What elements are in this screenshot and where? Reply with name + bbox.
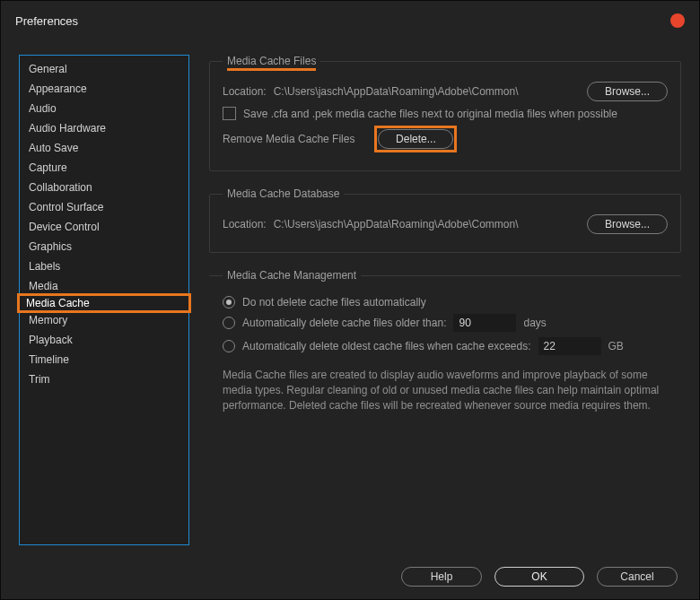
sidebar-item-collaboration[interactable]: Collaboration <box>20 178 188 197</box>
sidebar-item-auto-save[interactable]: Auto Save <box>20 138 188 158</box>
sidebar-item-playback[interactable]: Playback <box>20 330 188 350</box>
dialog-footer: Help OK Cancel <box>1 567 699 587</box>
media-cache-database-group: Media Cache Database Location: C:\Users\… <box>209 187 681 253</box>
radio-do-not-delete-label: Do not delete cache files automatically <box>242 296 426 309</box>
cache-files-browse-button[interactable]: Browse... <box>587 82 668 101</box>
sidebar-item-memory[interactable]: Memory <box>20 310 188 330</box>
media-cache-files-legend: Media Cache Files <box>223 55 320 67</box>
help-button[interactable]: Help <box>401 567 482 587</box>
radio-delete-older-than-label: Automatically delete cache files older t… <box>242 317 446 329</box>
close-icon[interactable] <box>670 13 685 28</box>
radio-delete-older-than[interactable] <box>223 317 235 329</box>
radio-delete-when-exceeds[interactable] <box>223 340 235 352</box>
sidebar-item-capture[interactable]: Capture <box>20 158 188 178</box>
media-cache-management-group: Media Cache Management Do not delete cac… <box>209 269 681 427</box>
sidebar-item-control-surface[interactable]: Control Surface <box>20 197 188 217</box>
cache-db-location-path: C:\Users\jasch\AppData\Roaming\Adobe\Com… <box>274 218 519 230</box>
cache-files-location-label: Location: <box>223 85 267 98</box>
sidebar-item-audio-hardware[interactable]: Audio Hardware <box>20 118 188 138</box>
media-cache-files-legend-text: Media Cache Files <box>227 55 316 71</box>
cancel-button[interactable]: Cancel <box>597 567 678 587</box>
titlebar: Preferences <box>1 1 699 40</box>
content-area: General Appearance Audio Audio Hardware … <box>19 55 681 545</box>
radio-do-not-delete[interactable] <box>223 296 235 309</box>
sidebar-item-appearance[interactable]: Appearance <box>20 79 188 99</box>
age-input[interactable] <box>453 314 516 332</box>
sidebar-item-labels[interactable]: Labels <box>20 257 188 276</box>
media-cache-database-legend: Media Cache Database <box>223 187 344 200</box>
cache-db-browse-button[interactable]: Browse... <box>587 214 668 234</box>
window-title: Preferences <box>15 14 78 28</box>
sidebar-item-timeline[interactable]: Timeline <box>20 350 188 370</box>
preferences-window: Preferences General Appearance Audio Aud… <box>1 1 699 599</box>
management-description: Media Cache files are created to display… <box>223 368 668 413</box>
media-cache-management-legend: Media Cache Management <box>223 269 361 282</box>
cache-files-location-path: C:\Users\jasch\AppData\Roaming\Adobe\Com… <box>274 85 519 98</box>
cache-db-location-label: Location: <box>223 218 267 230</box>
sidebar-item-graphics[interactable]: Graphics <box>20 237 188 257</box>
sidebar-item-device-control[interactable]: Device Control <box>20 217 188 237</box>
sidebar-item-trim[interactable]: Trim <box>20 370 188 389</box>
size-unit: GB <box>608 340 624 352</box>
delete-button[interactable]: Delete... <box>378 129 453 149</box>
sidebar-item-audio[interactable]: Audio <box>20 99 188 118</box>
save-next-to-checkbox[interactable] <box>223 107 236 120</box>
size-input[interactable] <box>538 337 601 355</box>
ok-button[interactable]: OK <box>494 567 584 587</box>
category-sidebar: General Appearance Audio Audio Hardware … <box>19 55 189 545</box>
media-cache-files-group: Media Cache Files Location: C:\Users\jas… <box>209 55 681 171</box>
age-unit: days <box>523 317 546 329</box>
sidebar-item-general[interactable]: General <box>20 59 188 79</box>
radio-delete-when-exceeds-label: Automatically delete oldest cache files … <box>242 340 531 352</box>
save-next-to-label: Save .cfa and .pek media cache files nex… <box>243 108 617 120</box>
settings-panel: Media Cache Files Location: C:\Users\jas… <box>209 55 681 545</box>
delete-highlight: Delete... <box>374 126 457 152</box>
remove-cache-label: Remove Media Cache Files <box>223 133 354 145</box>
